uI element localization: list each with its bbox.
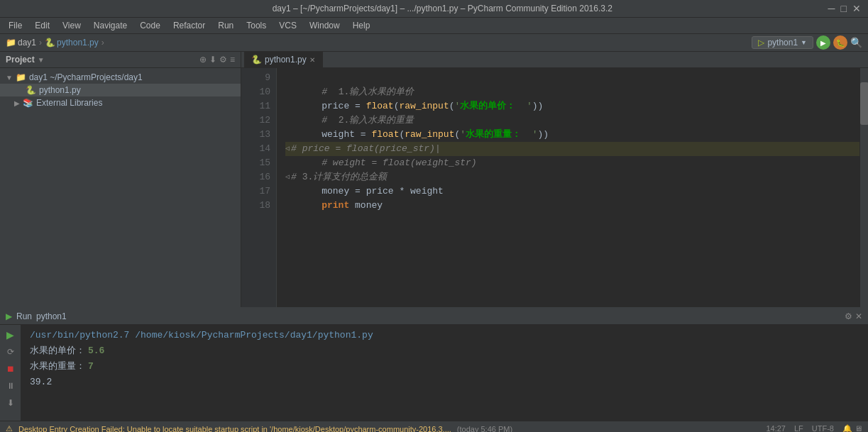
code-line-10: # 1.输入水果的单价 bbox=[285, 85, 859, 99]
tree-arrow-day1: ▼ bbox=[6, 74, 13, 82]
close-button[interactable]: ✕ bbox=[852, 3, 861, 14]
maximize-button[interactable]: □ bbox=[841, 3, 847, 14]
menu-view[interactable]: View bbox=[57, 19, 87, 32]
run-line-weight: 水果的重量： 7 bbox=[30, 359, 859, 375]
status-icons: 🔔 🖥 bbox=[842, 424, 862, 432]
tree-label-python1: python1.py bbox=[39, 85, 81, 95]
file-python1-icon: 🐍 bbox=[26, 85, 36, 95]
file-icon: 🐍 bbox=[45, 38, 55, 48]
run-label: Run bbox=[16, 311, 32, 321]
code-line-17: money = price * weight bbox=[285, 184, 859, 199]
run-stop-button[interactable]: ⏹ bbox=[4, 362, 18, 376]
status-position[interactable]: 14:27 bbox=[766, 424, 786, 432]
run-weight-value: 7 bbox=[88, 359, 94, 375]
run-command: /usr/bin/python2.7 /home/kiosk/PycharmPr… bbox=[30, 328, 373, 343]
tree-item-python1[interactable]: 🐍 python1.py bbox=[0, 84, 241, 96]
warning-icon: ⚠ bbox=[6, 424, 13, 432]
run-panel-body: ▶ ⟳ ⏹ ⏸ ⬇ /usr/bin/python2.7 /home/kiosk… bbox=[0, 325, 868, 421]
menu-code[interactable]: Code bbox=[134, 19, 166, 32]
code-line-16: ◁ # 3.计算支付的总金额 bbox=[285, 170, 859, 184]
breadcrumb-folder[interactable]: day1 bbox=[18, 38, 36, 48]
run-result-value: 39.2 bbox=[30, 375, 52, 390]
run-play-button[interactable]: ▶ bbox=[4, 328, 18, 342]
run-line-price: 水果的单价： 5.6 bbox=[30, 343, 859, 359]
title-bar: day1 – [~/PycharmProjects/day1] – .../py… bbox=[0, 0, 868, 18]
run-settings-icon[interactable]: ⚙ bbox=[845, 311, 852, 321]
settings-icon[interactable]: ⚙ bbox=[219, 55, 227, 65]
minimize-button[interactable]: ─ bbox=[828, 3, 835, 14]
window-title: day1 – [~/PycharmProjects/day1] – .../py… bbox=[57, 4, 828, 13]
tab-close-icon[interactable]: ✕ bbox=[309, 56, 315, 64]
run-output: /usr/bin/python2.7 /home/kiosk/PycharmPr… bbox=[21, 325, 868, 421]
run-panel-close[interactable]: ✕ bbox=[855, 311, 862, 321]
project-panel-label: Project bbox=[6, 55, 35, 65]
run-scroll-button[interactable]: ⬇ bbox=[4, 396, 18, 410]
tree-label-external: External Libraries bbox=[36, 98, 102, 108]
menu-help[interactable]: Help bbox=[347, 19, 376, 32]
run-config-icon: ▷ bbox=[758, 38, 764, 48]
tree-item-external-libs[interactable]: ▶ 📚 External Libraries bbox=[0, 96, 241, 109]
run-icon: ▶ bbox=[6, 311, 12, 321]
more-icon[interactable]: ≡ bbox=[230, 55, 235, 65]
menu-bar: File Edit View Navigate Code Refactor Ru… bbox=[0, 18, 868, 34]
menu-vcs[interactable]: VCS bbox=[273, 19, 302, 32]
top-bar: 📁 day1 › 🐍 python1.py › ▷ python1 ▼ ▶ 🐛 … bbox=[0, 34, 868, 52]
run-weight-label: 水果的重量： bbox=[30, 359, 85, 375]
menu-navigate[interactable]: Navigate bbox=[88, 19, 133, 32]
code-line-11: price = float ( raw_input ( '水果的单价： ' )) bbox=[285, 99, 859, 113]
code-line-14: ◁ # price = float(price_str)| bbox=[285, 142, 859, 156]
run-button[interactable]: ▶ bbox=[816, 35, 830, 50]
menu-edit[interactable]: Edit bbox=[29, 19, 55, 32]
run-panel: ▶ Run python1 ⚙ ✕ ▶ ⟳ ⏹ ⏸ ⬇ /usr/bin/pyt… bbox=[0, 307, 868, 421]
menu-refactor[interactable]: Refactor bbox=[167, 19, 211, 32]
comment-2: # 2.输入水果的重量 bbox=[322, 113, 414, 128]
run-panel-header: ▶ Run python1 ⚙ ✕ bbox=[0, 309, 868, 325]
search-everywhere-icon[interactable]: 🔍 bbox=[850, 37, 862, 48]
run-rerun-button[interactable]: ⟳ bbox=[4, 345, 18, 359]
status-encoding[interactable]: UTF-8 bbox=[812, 424, 834, 432]
status-bar: ⚠ Desktop Entry Creation Failed: Unable … bbox=[0, 421, 868, 432]
run-config-arrow: ▼ bbox=[801, 39, 807, 46]
tree-label-day1: day1 ~/PycharmProjects/day1 bbox=[29, 72, 143, 82]
tab-label: python1.py bbox=[265, 55, 307, 65]
folder-icon: 📁 bbox=[6, 38, 16, 48]
project-panel-arrow[interactable]: ▼ bbox=[38, 56, 45, 64]
menu-tools[interactable]: Tools bbox=[241, 19, 272, 32]
status-warning-text: Desktop Entry Creation Failed: Unable to… bbox=[18, 425, 451, 433]
tab-file-icon: 🐍 bbox=[251, 55, 262, 65]
code-content[interactable]: # 1.输入水果的单价 price = float ( raw_input ( … bbox=[277, 68, 859, 307]
run-tab-name[interactable]: python1 bbox=[36, 311, 67, 321]
collapse-icon[interactable]: ⬇ bbox=[209, 55, 216, 65]
sync-icon[interactable]: ⊕ bbox=[199, 55, 207, 65]
tree-item-day1[interactable]: ▼ 📁 day1 ~/PycharmProjects/day1 bbox=[0, 71, 241, 84]
run-price-value: 5.6 bbox=[88, 343, 104, 359]
status-time: (today 5:46 PM) bbox=[457, 425, 512, 433]
run-panel-controls: ▶ ⟳ ⏹ ⏸ ⬇ bbox=[0, 325, 21, 421]
run-pause-button[interactable]: ⏸ bbox=[4, 379, 18, 393]
fold-marker-14[interactable]: ◁ bbox=[285, 142, 290, 156]
run-controls-top: ▷ python1 ▼ ▶ 🐛 🔍 bbox=[746, 34, 868, 51]
editor-area: 🐍 python1.py ✕ 9 10 11 12 13 14 15 16 17… bbox=[241, 52, 868, 307]
file-tree: ▼ 📁 day1 ~/PycharmProjects/day1 🐍 python… bbox=[0, 68, 241, 307]
debug-button[interactable]: 🐛 bbox=[833, 35, 847, 50]
menu-file[interactable]: File bbox=[3, 19, 28, 32]
fold-marker-16[interactable]: ◁ bbox=[285, 170, 290, 184]
breadcrumb-file[interactable]: python1.py bbox=[57, 38, 99, 48]
status-lf[interactable]: LF bbox=[794, 424, 803, 432]
run-config-selector[interactable]: ▷ python1 ▼ bbox=[752, 36, 813, 49]
menu-window[interactable]: Window bbox=[304, 19, 346, 32]
code-line-15: # weight = float(weight_str) bbox=[285, 156, 859, 170]
code-line-13: weight = float ( raw_input ( '水果的重量： ' )… bbox=[285, 128, 859, 142]
tree-arrow-external: ▶ bbox=[14, 99, 20, 107]
menu-run[interactable]: Run bbox=[212, 19, 239, 32]
main-area: Project ▼ ⊕ ⬇ ⚙ ≡ ▼ 📁 day1 ~/PycharmProj… bbox=[0, 52, 868, 307]
run-config-name: python1 bbox=[767, 38, 798, 48]
scroll-thumb[interactable] bbox=[860, 82, 868, 125]
editor-tab-python1[interactable]: 🐍 python1.py ✕ bbox=[244, 52, 323, 67]
editor-scrollbar[interactable] bbox=[859, 68, 868, 307]
comment-1: # 1.输入水果的单价 bbox=[322, 85, 414, 99]
breadcrumb: 📁 day1 › 🐍 python1.py › bbox=[0, 35, 746, 50]
run-price-label: 水果的单价： bbox=[30, 343, 85, 359]
code-editor[interactable]: 9 10 11 12 13 14 15 16 17 18 # 1.输入水果的单价 bbox=[241, 68, 868, 307]
run-line-result: 39.2 bbox=[30, 375, 859, 390]
